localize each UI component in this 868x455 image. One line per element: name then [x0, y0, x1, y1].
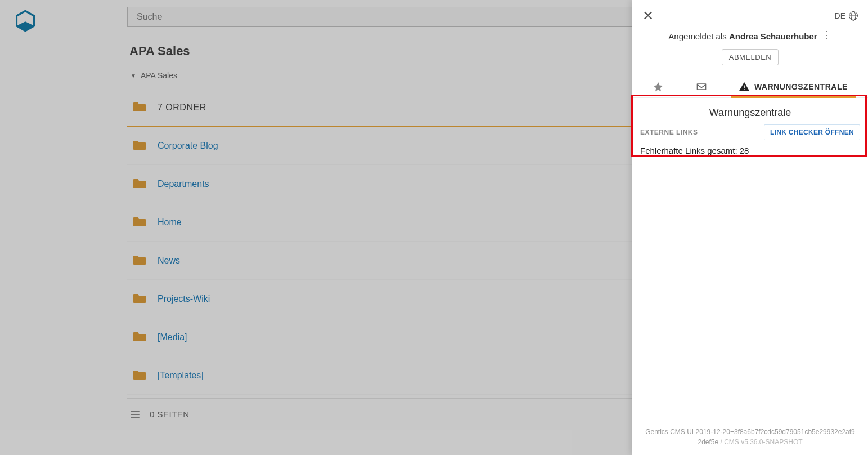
ui-language-selector[interactable]: DE — [835, 11, 858, 20]
logged-in-user: Angemeldet als Andrea Schauerhuber — [668, 32, 817, 41]
ui-language-label: DE — [835, 11, 845, 20]
tab-messages[interactable] — [691, 75, 712, 97]
version-footer: Gentics CMS UI 2019-12-20+3f8a6b7f2cdc59… — [632, 421, 868, 455]
panel-tabs: WARNUNGSZENTRALE — [632, 75, 868, 98]
more-icon[interactable]: ⋮ — [822, 29, 832, 41]
close-icon[interactable]: ✕ — [642, 9, 654, 23]
warning-icon — [739, 81, 750, 92]
warning-center-title: Warnungszentrale — [632, 98, 868, 124]
footer-separator: / — [718, 438, 724, 446]
star-icon — [653, 81, 664, 92]
cms-version: CMS v5.36.0-SNAPSHOT — [724, 438, 802, 446]
mail-icon — [696, 81, 707, 92]
external-links-label: EXTERNE LINKS — [640, 128, 698, 136]
broken-links-count: Fehlerhafte Links gesamt: 28 — [640, 146, 860, 155]
external-links-section: EXTERNE LINKS LINK CHECKER ÖFFNEN Fehler… — [632, 124, 868, 160]
open-link-checker-button[interactable]: LINK CHECKER ÖFFNEN — [764, 124, 860, 140]
tab-favorites[interactable] — [648, 75, 668, 97]
logged-in-prefix: Angemeldet als — [668, 32, 729, 41]
warning-center: Warnungszentrale EXTERNE LINKS LINK CHEC… — [632, 98, 868, 160]
logout-button[interactable]: ABMELDEN — [722, 49, 779, 65]
tab-warnings[interactable]: WARNUNGSZENTRALE — [734, 75, 852, 97]
user-panel: ✕ DE Angemeldet als Andrea Schauerhuber … — [632, 0, 868, 455]
user-name: Andrea Schauerhuber — [729, 32, 817, 41]
tab-warnings-label: WARNUNGSZENTRALE — [754, 82, 848, 91]
globe-icon — [849, 11, 858, 20]
app-root: Suche APA Sales ▼ APA Sales 7 ORDNER Cor… — [0, 0, 868, 455]
